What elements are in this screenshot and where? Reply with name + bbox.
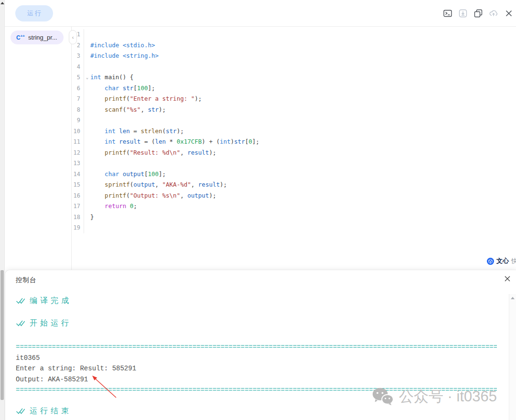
scrollbar-thumb[interactable] <box>0 270 4 400</box>
code-line[interactable]: 2#include <stdio.h> <box>72 40 516 51</box>
fold-gutter <box>84 190 90 201</box>
code-text: printf("Enter a string: "); <box>90 94 202 105</box>
fold-gutter <box>84 115 90 126</box>
comate-badge[interactable]: 文心 快码 <box>487 257 516 265</box>
double-check-icon <box>16 408 25 415</box>
line-number: 8 <box>72 105 84 116</box>
code-line[interactable]: 19 <box>72 222 516 233</box>
code-text: printf("Result: %d\n", result); <box>90 147 216 158</box>
fold-gutter <box>84 179 90 190</box>
code-line[interactable]: 4 <box>72 62 516 73</box>
page-scrollbar[interactable] <box>0 0 5 420</box>
fold-gutter <box>84 126 90 137</box>
line-number: 7 <box>72 94 84 105</box>
fold-gutter <box>84 40 90 51</box>
code-line[interactable]: 18} <box>72 212 516 223</box>
line-number: 18 <box>72 212 84 223</box>
code-text: int main() { <box>90 72 133 83</box>
code-text: int len = strlen(str); <box>90 126 184 137</box>
status-label: 运行结束 <box>30 406 72 416</box>
line-number: 15 <box>72 179 84 190</box>
sidebar-collapse-button[interactable]: ‹ <box>69 30 77 44</box>
line-number: 13 <box>72 158 84 169</box>
status-run-start: 开始运行 <box>16 318 497 328</box>
chevron-left-icon: ‹ <box>72 34 74 40</box>
download-icon[interactable] <box>459 9 467 18</box>
fold-gutter <box>84 51 90 62</box>
console-scrollbar[interactable] <box>509 294 516 420</box>
code-line[interactable]: 9 <box>72 115 516 126</box>
code-line[interactable]: 1 <box>72 29 516 40</box>
code-line[interactable]: 10 int len = strlen(str); <box>72 126 516 137</box>
code-text: scanf("%s", str); <box>90 105 166 116</box>
code-line[interactable]: 15 sprintf(output, "AKA-%d", result); <box>72 179 516 190</box>
code-text: char output[100]; <box>90 169 166 180</box>
fold-gutter <box>84 212 90 223</box>
code-line[interactable]: 11 int result = (len * 0x17CFB) + (int)s… <box>72 136 516 147</box>
status-compile-done: 编译完成 <box>16 296 497 306</box>
wechat-icon <box>372 387 394 406</box>
fold-gutter <box>84 201 90 212</box>
code-text: #include <stdio.h> <box>90 40 155 51</box>
fold-chevron-icon[interactable]: ⌄ <box>84 72 90 83</box>
code-editor[interactable]: 12#include <stdio.h>3#include <string.h>… <box>72 27 516 270</box>
fold-gutter <box>84 105 90 116</box>
line-number: 19 <box>72 222 84 233</box>
file-tab-label: string_pr... <box>28 34 57 41</box>
fold-gutter <box>84 169 90 180</box>
copy-icon[interactable] <box>474 9 483 18</box>
fold-gutter <box>84 83 90 94</box>
line-number: 6 <box>72 83 84 94</box>
status-label: 开始运行 <box>30 318 72 328</box>
code-line[interactable]: 16 printf("Output: %s\n", output); <box>72 190 516 201</box>
watermark: 公众号 · it0365 <box>372 387 497 407</box>
content-row: C++ string_pr... ‹ 12#include <stdio.h>3… <box>5 27 516 270</box>
code-text: #include <string.h> <box>90 51 159 62</box>
double-check-icon <box>16 297 25 304</box>
code-line[interactable]: 12 printf("Result: %d\n", result); <box>72 147 516 158</box>
code-line[interactable]: 8 scanf("%s", str); <box>72 105 516 116</box>
code-line[interactable]: 17 return 0; <box>72 201 516 212</box>
fold-gutter <box>84 29 90 40</box>
line-number: 11 <box>72 136 84 147</box>
console-close-icon[interactable] <box>504 275 511 283</box>
scroll-up-arrow-icon[interactable] <box>0 2 4 4</box>
scroll-up-arrow-icon[interactable] <box>511 297 515 299</box>
console-title: 控制台 <box>16 276 497 284</box>
code-text: printf("Output: %s\n", output); <box>90 190 216 201</box>
close-icon[interactable] <box>505 9 513 18</box>
code-area: 12#include <stdio.h>3#include <string.h>… <box>72 29 516 233</box>
line-number: 16 <box>72 190 84 201</box>
toolbar-icon-group <box>443 9 513 18</box>
code-line[interactable]: 14 char output[100]; <box>72 169 516 180</box>
double-check-icon <box>16 320 25 327</box>
file-tab-string-pr[interactable]: C++ string_pr... <box>11 31 64 44</box>
code-text: char str[100]; <box>90 83 155 94</box>
watermark-text: 公众号 · it0365 <box>399 387 497 407</box>
code-text: return 0; <box>90 201 137 212</box>
fold-gutter <box>84 158 90 169</box>
line-number: 3 <box>72 51 84 62</box>
comate-brand-light: 快码 <box>511 257 516 265</box>
fold-gutter <box>84 94 90 105</box>
code-line[interactable]: 6 char str[100]; <box>72 83 516 94</box>
status-label: 编译完成 <box>30 296 72 306</box>
cloud-upload-icon[interactable] <box>489 9 498 18</box>
line-number: 10 <box>72 126 84 137</box>
terminal-icon[interactable] <box>443 9 452 18</box>
line-number: 12 <box>72 147 84 158</box>
run-button[interactable]: 运行 <box>15 5 53 21</box>
file-sidebar: C++ string_pr... ‹ <box>5 27 72 270</box>
code-line[interactable]: 7 printf("Enter a string: "); <box>72 94 516 105</box>
fold-gutter <box>84 136 90 147</box>
cpp-icon: C++ <box>16 34 25 41</box>
line-number: 4 <box>72 62 84 73</box>
code-line[interactable]: 3#include <string.h> <box>72 51 516 62</box>
fold-gutter <box>84 62 90 73</box>
line-number: 5 <box>72 72 84 83</box>
ide-window: 运行 C++ string_pr... <box>5 0 516 420</box>
code-line[interactable]: 5⌄int main() { <box>72 72 516 83</box>
top-toolbar: 运行 <box>5 0 516 27</box>
fold-gutter <box>84 147 90 158</box>
code-line[interactable]: 13 <box>72 158 516 169</box>
